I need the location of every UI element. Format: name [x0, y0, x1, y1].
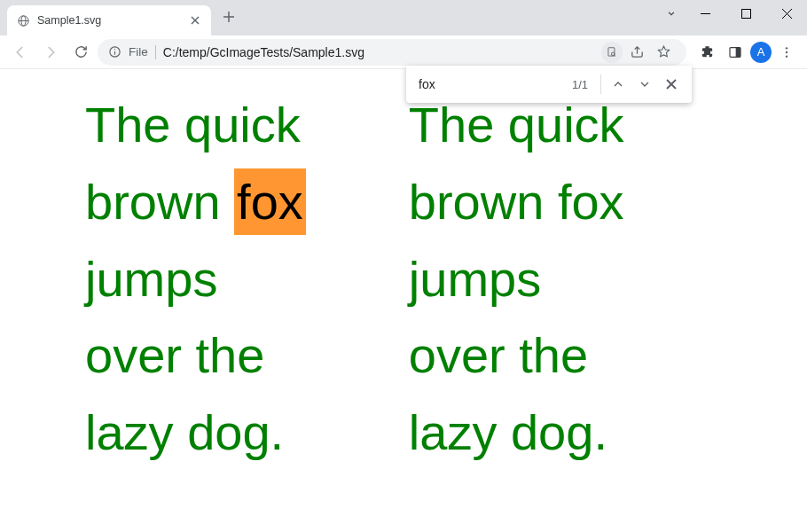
globe-icon [16, 13, 30, 27]
text-line: lazy dog. [409, 395, 624, 472]
window-controls [658, 0, 807, 27]
svg-point-21 [786, 55, 787, 57]
svg-point-13 [114, 49, 115, 50]
svg-point-19 [786, 47, 787, 49]
new-tab-button[interactable] [216, 4, 241, 29]
url-path: C:/temp/GcImageTests/Sample1.svg [163, 45, 364, 59]
separator [600, 74, 601, 94]
forward-button[interactable] [37, 39, 64, 66]
page-content: The quick brown fox jumps over the lazy … [0, 69, 807, 532]
share-icon[interactable] [624, 40, 649, 65]
find-input[interactable]: fox [419, 77, 563, 91]
browser-tab[interactable]: Sample1.svg [7, 5, 211, 35]
tab-close-button[interactable] [188, 13, 202, 27]
find-highlight: fox [234, 168, 306, 235]
bookmark-star-icon[interactable] [651, 40, 676, 65]
browser-toolbar: File C:/temp/GcImageTests/Sample1.svg A [0, 35, 807, 69]
text-line: jumps [85, 241, 306, 318]
svg-rect-1 [741, 9, 750, 18]
search-page-icon[interactable] [601, 42, 623, 63]
tab-title: Sample1.svg [37, 14, 181, 27]
text-line: over the [409, 317, 624, 395]
svg-rect-18 [736, 47, 740, 57]
window-close-button[interactable] [766, 0, 807, 27]
side-panel-icon[interactable] [722, 39, 748, 66]
text-line: over the [85, 317, 306, 395]
address-bar[interactable]: File C:/temp/GcImageTests/Sample1.svg [98, 39, 686, 66]
svg-point-20 [786, 51, 787, 52]
text-line: brown fox [409, 164, 624, 241]
menu-icon[interactable] [773, 39, 800, 66]
text-column-left: The quick brown fox jumps over the lazy … [85, 87, 306, 532]
find-prev-button[interactable] [605, 71, 631, 98]
info-icon [108, 45, 121, 59]
text-column-right: The quick brown fox jumps over the lazy … [409, 87, 624, 532]
reload-button[interactable] [67, 39, 94, 66]
profile-avatar[interactable]: A [750, 42, 772, 63]
find-next-button[interactable] [631, 71, 658, 98]
window-maximize-button[interactable] [725, 0, 766, 27]
text-line: jumps [409, 241, 624, 318]
window-dropdown-icon[interactable] [658, 0, 685, 27]
site-info[interactable]: File [108, 45, 156, 59]
avatar-initial: A [757, 45, 765, 59]
find-close-button[interactable] [658, 71, 685, 98]
back-button[interactable] [7, 39, 34, 66]
find-count: 1/1 [572, 78, 588, 91]
extensions-icon[interactable] [693, 39, 720, 66]
text-line: lazy dog. [85, 395, 306, 472]
svg-point-15 [611, 52, 615, 56]
window-minimize-button[interactable] [685, 0, 725, 27]
text-line: brown fox [85, 164, 306, 241]
separator [155, 45, 156, 59]
find-in-page-bar: fox 1/1 [406, 66, 692, 103]
scheme-label: File [129, 45, 148, 59]
text-line: The quick [85, 87, 306, 164]
